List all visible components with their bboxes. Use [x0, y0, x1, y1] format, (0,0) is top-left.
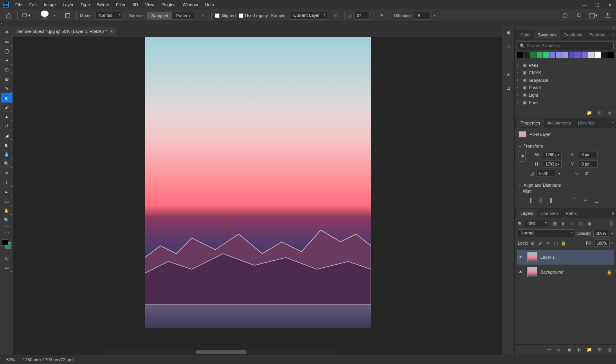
- brush-settings-panel-icon[interactable]: ⇄: [504, 85, 512, 92]
- brush-tool[interactable]: 🖌: [1, 103, 13, 112]
- workspace-button[interactable]: ▾: [588, 11, 599, 20]
- layers-panel-menu[interactable]: ≡: [612, 211, 614, 216]
- swatch[interactable]: [562, 52, 569, 58]
- pressure-size-button[interactable]: ✎: [376, 11, 387, 20]
- adjustments-tab[interactable]: Adjustments: [544, 119, 575, 127]
- align-vcenter-button[interactable]: ═: [582, 196, 589, 204]
- hand-tool[interactable]: ✋: [1, 206, 13, 215]
- patterns-tab[interactable]: Patterns: [586, 31, 609, 39]
- new-layer-button[interactable]: ⊞: [596, 347, 603, 353]
- search-button[interactable]: [574, 11, 585, 20]
- swatches-tab[interactable]: Swatches: [534, 31, 560, 39]
- menu-layer[interactable]: Layer: [59, 1, 77, 9]
- frame-tool[interactable]: ⊠: [1, 74, 13, 84]
- sample-select[interactable]: Current Layer: [290, 12, 327, 20]
- properties-tab[interactable]: Properties: [517, 119, 544, 127]
- menu-select[interactable]: Select: [94, 1, 113, 9]
- menu-image[interactable]: Image: [40, 1, 59, 9]
- swatch-folder-button[interactable]: 📁: [586, 110, 593, 116]
- layer-item[interactable]: 👁Layer 1: [517, 250, 614, 265]
- swatch[interactable]: [569, 52, 575, 58]
- align-section-header[interactable]: ⌄Align and Distribute: [519, 181, 612, 189]
- filter-shape-icon[interactable]: ▢: [578, 221, 584, 226]
- status-menu[interactable]: ›: [81, 358, 83, 362]
- layer-item[interactable]: 👁Background🔒: [517, 265, 614, 279]
- type-tool[interactable]: T: [1, 178, 13, 187]
- flip-h-button[interactable]: ⇋: [575, 171, 578, 176]
- swatch-search[interactable]: 🔍: [517, 41, 614, 50]
- share-button[interactable]: [602, 11, 613, 20]
- opacity-dropdown[interactable]: ▾: [611, 232, 613, 235]
- layer-thumbnail[interactable]: [527, 252, 537, 262]
- swatch[interactable]: [524, 52, 530, 58]
- paths-tab[interactable]: Paths: [562, 209, 580, 218]
- path-select-tool[interactable]: ▸: [1, 187, 13, 196]
- angle-input[interactable]: [354, 12, 370, 20]
- swatches-panel-menu[interactable]: ≡: [612, 32, 614, 37]
- opacity-input[interactable]: [593, 230, 609, 237]
- layer-mask-button[interactable]: ◼: [566, 347, 572, 353]
- source-pattern[interactable]: Pattern: [172, 12, 194, 19]
- ignore-adjustment-button[interactable]: ⊘: [330, 11, 341, 20]
- delete-swatch-button[interactable]: 🗑: [607, 110, 613, 116]
- dodge-tool[interactable]: 🔍: [1, 159, 13, 168]
- transform-section-header[interactable]: ⌄Transform: [519, 142, 612, 150]
- filter-adjustment-icon[interactable]: ◐: [561, 221, 566, 226]
- actions-panel-icon[interactable]: ▷: [504, 42, 512, 50]
- zoom-status[interactable]: 50%: [6, 357, 15, 362]
- libraries-tab[interactable]: Libraries: [575, 119, 598, 127]
- swatch-folder[interactable]: ›▣RGB: [517, 61, 614, 69]
- lasso-tool[interactable]: ◯: [1, 46, 13, 56]
- lock-position-button[interactable]: ✥: [545, 240, 551, 246]
- layer-group-button[interactable]: 📁: [586, 347, 593, 353]
- filter-pixel-icon[interactable]: ▦: [552, 221, 558, 226]
- lock-artboard-button[interactable]: ▢: [553, 240, 558, 246]
- pattern-picker[interactable]: ▾: [197, 11, 208, 20]
- zoom-tool[interactable]: 🔍: [1, 215, 13, 225]
- swatch[interactable]: [575, 52, 582, 58]
- history-panel-icon[interactable]: ▣: [504, 28, 512, 36]
- filter-toggle[interactable]: [610, 221, 613, 226]
- new-swatch-button[interactable]: ⊞: [596, 110, 603, 116]
- tool-preset-picker[interactable]: ▾: [21, 11, 32, 20]
- swatch-search-input[interactable]: [527, 43, 611, 48]
- flip-v-button[interactable]: ⇵: [585, 171, 588, 176]
- screen-mode-button[interactable]: ▭: [1, 263, 13, 272]
- collapse-optbar-icon[interactable]: »: [1, 22, 2, 26]
- edit-toolbar-button[interactable]: ⋯: [1, 228, 13, 238]
- aligned-checkbox[interactable]: Aligned: [215, 13, 236, 18]
- filter-type-icon[interactable]: T: [569, 221, 575, 226]
- lock-transparency-button[interactable]: ▦: [530, 240, 535, 246]
- height-input[interactable]: [543, 160, 562, 168]
- crop-tool[interactable]: ⊡: [1, 65, 13, 74]
- swatch-folder[interactable]: ›▣Light: [517, 91, 614, 99]
- layer-visibility-icon[interactable]: 👁: [519, 255, 524, 259]
- marquee-tool[interactable]: ▭: [1, 37, 13, 46]
- adjustment-layer-button[interactable]: ◐: [576, 347, 582, 353]
- filter-smartobj-icon[interactable]: ▣: [587, 221, 592, 226]
- collapse-dock-icon[interactable]: «: [613, 26, 614, 30]
- swatch[interactable]: [537, 52, 543, 58]
- menu-edit[interactable]: Edit: [26, 1, 40, 9]
- swatch-folder[interactable]: ›▣Grayscale: [517, 76, 614, 84]
- cloud-button[interactable]: [560, 11, 571, 20]
- color-tab[interactable]: Color: [517, 31, 534, 39]
- home-button[interactable]: [3, 11, 14, 20]
- width-input[interactable]: [543, 151, 562, 158]
- menu-window[interactable]: Window: [179, 1, 202, 9]
- y-input[interactable]: [579, 160, 598, 168]
- align-bottom-button[interactable]: ▁: [593, 196, 600, 204]
- layer-thumbnail[interactable]: [527, 267, 537, 277]
- canvas-area[interactable]: [13, 37, 503, 355]
- rotate-input[interactable]: [537, 170, 555, 177]
- rotate-dropdown[interactable]: ▾: [558, 172, 560, 175]
- diffusion-stepper[interactable]: ▾: [434, 14, 435, 17]
- menu-view[interactable]: View: [142, 1, 158, 9]
- menu-type[interactable]: Type: [77, 1, 94, 9]
- filter-kind-select[interactable]: Kind: [525, 220, 548, 227]
- gradients-tab[interactable]: Gradients: [560, 31, 586, 39]
- healing-brush-tool[interactable]: ◐: [1, 93, 13, 103]
- swatch[interactable]: [588, 52, 594, 58]
- gradient-tool[interactable]: ◐: [1, 140, 13, 150]
- canvas-image[interactable]: [145, 37, 371, 328]
